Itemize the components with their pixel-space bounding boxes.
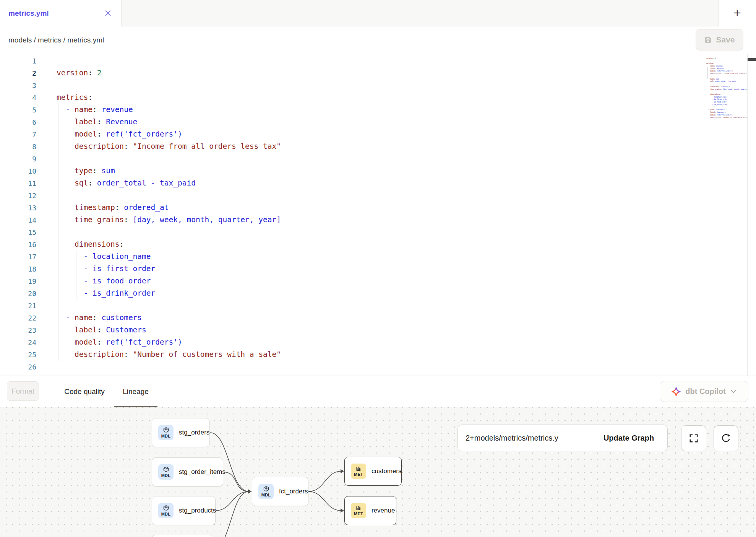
code-line[interactable]: 23 label: Customers <box>0 324 706 336</box>
metric-icon: MET <box>351 464 366 479</box>
indent-guide <box>67 348 67 361</box>
indent-guide <box>58 348 58 361</box>
line-number: 19 <box>0 277 36 285</box>
line-number: 10 <box>0 167 36 175</box>
code-line[interactable]: 24 model: ref('fct_orders') <box>0 336 706 348</box>
indent-guide <box>67 177 67 189</box>
indent-guide <box>67 128 67 140</box>
code-line[interactable]: 19 - is_food_order <box>0 275 706 287</box>
indent-guide <box>76 251 76 263</box>
code-line[interactable]: 9 <box>0 153 706 165</box>
line-number: 26 <box>0 363 36 371</box>
tab-metrics-yml[interactable]: metrics.yml <box>0 0 122 26</box>
fullscreen-icon <box>689 433 699 443</box>
format-label: Format <box>11 387 34 395</box>
update-graph-label: Update Graph <box>604 434 654 443</box>
line-content: version: 2 <box>57 67 101 79</box>
model-icon: MDL <box>158 503 174 518</box>
code-line[interactable]: 18 - is_first_order <box>0 263 706 275</box>
code-line[interactable]: 1 <box>0 55 706 67</box>
code-line[interactable]: 5 - name: revenue <box>0 104 706 116</box>
line-content: - location_name <box>57 251 151 263</box>
lineage-node-revenue[interactable]: METrevenue <box>344 496 396 525</box>
code-line[interactable]: 13 timestamp: ordered_at <box>0 202 706 214</box>
line-number: 1 <box>0 57 36 65</box>
save-label: Save <box>716 35 735 44</box>
model-selector-input[interactable]: 2+models/metrics/metrics.y <box>458 425 590 451</box>
line-content: description: "Number of customers with a… <box>57 348 281 361</box>
indent-guide <box>58 214 58 226</box>
line-content: metrics: <box>57 91 92 104</box>
indent-guide <box>58 202 58 214</box>
lineage-node-stg_orders[interactable]: MDLstg_orders <box>152 418 210 447</box>
indent-guide <box>58 153 58 165</box>
dbt-copilot-label: dbt Copilot <box>685 387 726 396</box>
code-line[interactable]: 2version: 2 <box>0 67 706 79</box>
code-line[interactable]: 4metrics: <box>0 91 706 104</box>
new-tab-zone[interactable]: + <box>718 0 756 26</box>
graph-controls: 2+models/metrics/metrics.y Update Graph <box>457 425 668 451</box>
code-line[interactable]: 16 dimensions: <box>0 238 706 251</box>
line-number: 24 <box>0 338 36 347</box>
indent-guide <box>58 324 58 336</box>
tab-lineage-label: Lineage <box>123 387 149 396</box>
code-line[interactable]: 7 model: ref('fct_orders') <box>0 128 706 140</box>
code-line[interactable]: 10 type: sum <box>0 165 706 177</box>
code-line[interactable]: 8 description: "Income from all orders l… <box>0 140 706 153</box>
minimap[interactable]: version: 2 metrics: - name: revenue labe… <box>706 55 747 122</box>
line-number: 6 <box>0 118 36 126</box>
code-line[interactable]: 14 time_grains: [day, week, month, quart… <box>0 214 706 226</box>
close-icon[interactable] <box>104 9 112 18</box>
code-lines: 12version: 234metrics:5 - name: revenue6… <box>0 55 706 373</box>
node-label: revenue <box>372 507 395 514</box>
format-button[interactable]: Format <box>7 381 39 401</box>
indent-guide <box>58 165 58 177</box>
code-editor[interactable]: 12version: 234metrics:5 - name: revenue6… <box>0 54 756 376</box>
dbt-copilot-button[interactable]: dbt Copilot <box>660 381 748 402</box>
code-line[interactable]: 11 sql: order_total - tax_paid <box>0 177 706 189</box>
line-number: 11 <box>0 179 36 187</box>
line-number: 13 <box>0 204 36 212</box>
indent-guide <box>58 128 58 140</box>
code-line[interactable]: 26 <box>0 361 706 373</box>
tab-code-quality[interactable]: Code quality <box>56 376 113 407</box>
model-icon: MDL <box>158 425 174 440</box>
code-line[interactable]: 12 <box>0 189 706 202</box>
code-line[interactable]: 20 - is_drink_order <box>0 287 706 299</box>
tab-lineage[interactable]: Lineage <box>114 376 157 407</box>
lineage-node-customers[interactable]: METcustomers <box>344 457 402 486</box>
bottom-panel-header: Format Code quality Lineage dbt Copilot <box>0 376 756 407</box>
line-content: label: Customers <box>57 324 146 336</box>
indent-guide <box>67 140 67 153</box>
tab-title: metrics.yml <box>8 9 104 18</box>
refresh-icon <box>721 433 731 444</box>
code-line[interactable]: 15 <box>0 226 706 238</box>
lineage-canvas[interactable]: MDLstg_ordersMDLstg_order_itemsMDLstg_pr… <box>0 407 756 537</box>
lineage-node-stg_hidden[interactable]: MDL <box>152 535 213 537</box>
fullscreen-button[interactable] <box>681 425 706 451</box>
scrollbar-track[interactable] <box>747 54 756 376</box>
node-kind-label: MET <box>354 472 363 477</box>
plus-icon: + <box>733 6 741 19</box>
code-line[interactable]: 3 <box>0 79 706 91</box>
indent-guide <box>58 251 58 263</box>
update-graph-button[interactable]: Update Graph <box>590 425 667 451</box>
code-line[interactable]: 6 label: Revenue <box>0 116 706 128</box>
code-line[interactable]: 25 description: "Number of customers wit… <box>0 348 706 361</box>
code-line[interactable]: 17 - location_name <box>0 251 706 263</box>
code-line[interactable]: 21 <box>0 299 706 312</box>
refresh-button[interactable] <box>714 425 738 451</box>
node-label: stg_order_items <box>179 468 226 476</box>
line-number: 16 <box>0 241 36 249</box>
lineage-node-fct_orders[interactable]: MDLfct_orders <box>252 477 308 506</box>
lineage-node-stg_order_items[interactable]: MDLstg_order_items <box>152 457 223 487</box>
indent-guide <box>58 189 58 202</box>
line-content: dimensions: <box>57 238 124 251</box>
indent-guide <box>67 275 67 287</box>
line-content: - name: revenue <box>57 104 133 116</box>
indent-guide <box>58 263 58 275</box>
scrollbar-thumb[interactable] <box>748 58 756 61</box>
save-button[interactable]: Save <box>696 29 743 50</box>
code-line[interactable]: 22 - name: customers <box>0 312 706 324</box>
lineage-node-stg_products[interactable]: MDLstg_products <box>152 496 216 525</box>
